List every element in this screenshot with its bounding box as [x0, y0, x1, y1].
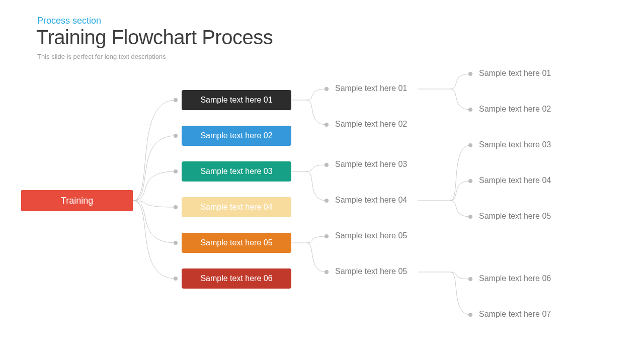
level1-node: Sample text here 05: [182, 233, 291, 253]
svg-point-7: [325, 123, 329, 127]
level2-leaf: Sample text here 04: [335, 196, 407, 205]
level3-leaf: Sample text here 01: [479, 69, 551, 78]
svg-point-11: [325, 270, 329, 274]
svg-point-12: [468, 72, 472, 76]
level1-node-label: Sample text here 01: [200, 96, 272, 105]
svg-point-3: [174, 205, 178, 209]
level2-leaf: Sample text here 05: [335, 231, 407, 240]
level1-node: Sample text here 01: [182, 90, 291, 110]
slide-stage: Process section Training Flowchart Proce…: [0, 0, 644, 362]
svg-point-2: [174, 169, 178, 173]
slide-subtitle: This slide is perfect for long text desc…: [37, 53, 166, 60]
svg-point-13: [468, 108, 472, 112]
level3-leaf: Sample text here 02: [479, 105, 551, 114]
root-node-label: Training: [61, 196, 93, 206]
svg-point-14: [468, 143, 472, 147]
level3-leaf: Sample text here 06: [479, 274, 551, 283]
svg-point-18: [468, 313, 472, 317]
level1-node-label: Sample text here 03: [200, 167, 272, 176]
root-node: Training: [21, 190, 133, 211]
svg-point-16: [468, 215, 472, 219]
level1-node: Sample text here 03: [182, 161, 291, 182]
level2-leaf: Sample text here 01: [335, 84, 407, 93]
level1-node-label: Sample text here 04: [200, 203, 272, 212]
level2-leaf: Sample text here 02: [335, 120, 407, 129]
level1-node-label: Sample text here 02: [200, 131, 272, 140]
section-eyebrow: Process section: [37, 16, 101, 26]
level2-leaf: Sample text here 05: [335, 267, 407, 276]
svg-point-17: [468, 277, 472, 281]
level1-node: Sample text here 06: [182, 268, 291, 289]
level2-leaf: Sample text here 03: [335, 160, 407, 169]
svg-point-8: [325, 163, 329, 167]
level1-node-label: Sample text here 05: [200, 238, 272, 247]
level3-leaf: Sample text here 05: [479, 212, 551, 221]
svg-point-6: [325, 87, 329, 91]
level3-leaf: Sample text here 03: [479, 140, 551, 149]
svg-point-9: [325, 199, 329, 203]
svg-point-15: [468, 179, 472, 183]
level1-node: Sample text here 02: [182, 126, 291, 146]
svg-point-1: [174, 134, 178, 138]
level1-node-label: Sample text here 06: [200, 274, 272, 283]
slide-title: Training Flowchart Process: [36, 26, 273, 49]
svg-point-10: [325, 234, 329, 238]
svg-point-5: [174, 277, 178, 281]
level3-leaf: Sample text here 04: [479, 176, 551, 185]
level1-node: Sample text here 04: [182, 197, 291, 217]
svg-point-4: [174, 241, 178, 245]
level3-leaf: Sample text here 07: [479, 310, 551, 319]
svg-point-0: [174, 98, 178, 102]
